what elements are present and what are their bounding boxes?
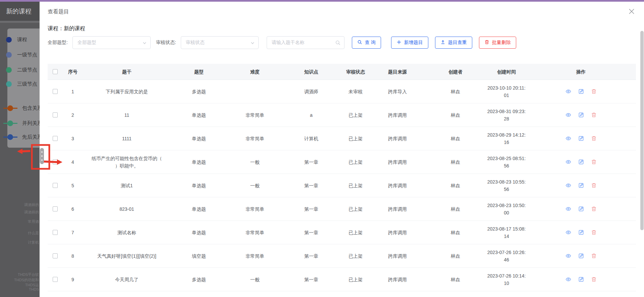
view-icon[interactable] [566,277,571,282]
legend-relation-item: 包含关系 [3,105,40,111]
stem-search-input[interactable]: 请输入题干名称 [267,36,344,49]
questions-table: 序号题干题型难度知识点审核状态题目来源创建者创建时间操作 1下列属于应用文的是多… [48,64,636,291]
question-type-select-value: 全部题型 [77,40,96,46]
cell-stem: 11 [83,111,170,119]
cell-knowledge: 第一章 [282,229,340,236]
delete-icon[interactable] [591,277,597,282]
cell-source: 跨库调用 [371,182,424,189]
view-icon[interactable] [566,253,571,259]
review-status-select-value: 审核状态 [186,40,205,46]
table-row: 8天气真好呀[填空(1)][填空(2)]填空题非常简单第一章已上架跨库调用林垚2… [48,244,636,268]
edit-icon[interactable] [578,253,584,259]
cell-status: 已上架 [340,205,371,213]
dedupe-button[interactable]: 题目查重 [435,37,472,49]
table-row: 211单选题非常简单a已上架跨库调用林垚2023-08-31 09:23:28 [48,103,636,127]
query-button[interactable]: 查 询 [352,37,381,49]
table-row: 6823-01单选题非常简单第一章已上架跨库调用林垚2023-08-23 10:… [48,197,636,221]
row-checkbox[interactable] [53,112,58,117]
batch-delete-button-label: 批量删除 [492,40,511,46]
cell-no: 9 [62,276,83,283]
query-button-label: 查 询 [365,40,376,46]
view-icon[interactable] [566,230,571,235]
cell-difficulty: 一般 [227,158,282,166]
row-checkbox[interactable] [53,253,58,258]
cell-difficulty: 非常简单 [227,252,282,260]
cell-knowledge: 第一章 [282,252,340,260]
view-icon[interactable] [566,112,571,118]
table-header-row: 序号题干题型难度知识点审核状态题目来源创建者创建时间操作 [48,64,636,80]
legend-node-label: 三级节点 [17,81,37,87]
close-icon[interactable] [628,8,635,15]
cell-actions [526,112,636,118]
cell-created: 2023-07-26 10:14:10 [487,272,526,287]
review-status-select[interactable]: 审核状态 [181,36,259,49]
cell-stem: 823-01 [83,205,170,213]
legend-node-item: 课程 [6,37,27,43]
select-all-checkbox[interactable] [53,69,58,74]
table-row: 1下列属于应用文的是多选题调酒师未审核跨库导入林垚2023-10-10 20:1… [48,80,636,103]
cell-actions [526,206,636,212]
delete-icon[interactable] [591,89,597,94]
row-checkbox[interactable] [53,159,58,164]
cell-difficulty: 非常简单 [227,111,282,119]
dedupe-button-label: 题目查重 [448,40,467,46]
cell-status: 已上架 [340,252,371,260]
cell-status: 已上架 [340,276,371,283]
search-icon [357,40,362,46]
edit-icon[interactable] [578,159,584,165]
view-icon[interactable] [566,183,571,188]
column-header: 题目来源 [371,68,424,76]
cell-creator: 林垚 [424,276,487,283]
row-checkbox[interactable] [53,89,58,94]
delete-icon[interactable] [591,159,597,165]
add-question-button[interactable]: 新增题目 [391,37,428,49]
question-type-select[interactable]: 全部题型 [72,36,151,49]
edit-icon[interactable] [578,183,584,188]
cell-status: 已上架 [340,158,371,166]
delete-icon[interactable] [591,183,597,188]
background-page-header: 新的课程 [0,2,40,21]
cell-type: 单选题 [170,135,227,142]
delete-icon[interactable] [591,136,597,141]
cell-difficulty: 非常简单 [227,135,282,142]
batch-delete-button[interactable]: 批量删除 [479,37,516,49]
delete-icon[interactable] [591,206,597,212]
edit-icon[interactable] [578,230,584,235]
cell-creator: 林垚 [424,205,487,213]
view-icon[interactable] [566,159,571,165]
edit-icon[interactable] [578,89,584,94]
drag-handle[interactable] [40,148,44,164]
legend-node-item: 三级节点 [6,81,37,87]
cell-source: 跨库调用 [371,229,424,236]
cell-creator: 林垚 [424,135,487,142]
edit-icon[interactable] [578,277,584,282]
filter-toolbar: 全部题型: 全部题型 审核状态: 审核状态 请输入题干名称 查 询 [48,36,516,49]
background-faint-text: 调酒师的 [24,210,39,215]
row-checkbox[interactable] [53,206,58,211]
view-icon[interactable] [566,136,571,141]
row-checkbox[interactable] [53,230,58,235]
legend-relation-label: 先后关系 [22,134,40,140]
legend-relation-glyph [3,120,17,126]
row-checkbox[interactable] [53,277,58,282]
edit-icon[interactable] [578,112,584,118]
cell-status: 未审核 [340,88,371,95]
edit-icon[interactable] [578,206,584,212]
legend-node-dot [6,67,12,73]
delete-icon[interactable] [591,112,597,118]
row-checkbox[interactable] [53,183,58,188]
edit-icon[interactable] [578,136,584,141]
delete-icon[interactable] [591,253,597,259]
modal-scrollbar-thumb[interactable] [640,31,644,230]
delete-icon[interactable] [591,230,597,235]
cell-type: 多选题 [170,88,227,95]
cell-type: 单选题 [170,158,227,166]
view-icon[interactable] [566,206,571,212]
row-checkbox[interactable] [53,136,58,141]
cell-status: 已上架 [340,229,371,236]
cell-source: 跨库调用 [371,252,424,260]
cell-type: 单选题 [170,229,227,236]
view-icon[interactable] [566,89,571,94]
cell-actions [526,253,636,259]
legend-node-item: 一级节点 [6,52,37,58]
